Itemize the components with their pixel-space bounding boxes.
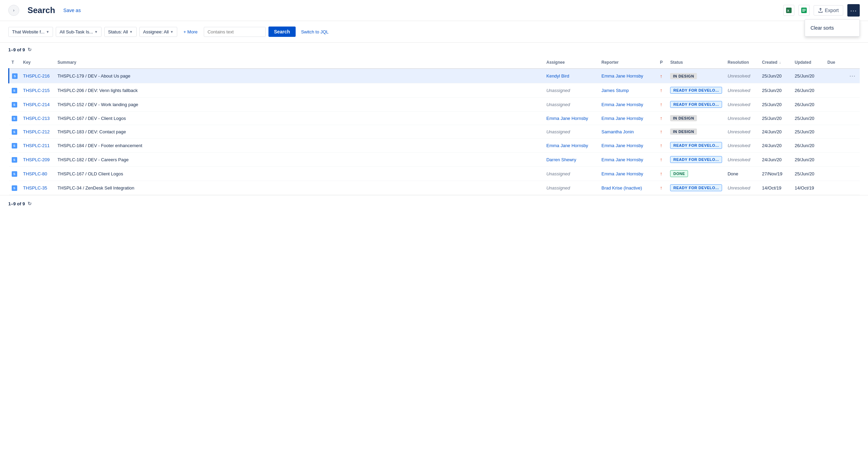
status-badge: READY FOR DEVELO... [670, 156, 722, 163]
issue-priority-cell: ↑ [657, 153, 667, 167]
resolution-text: Unresolved [728, 73, 750, 79]
col-header-created[interactable]: Created ↓ [759, 57, 792, 69]
footer-refresh-icon[interactable]: ↻ [28, 201, 32, 206]
save-as-button[interactable]: Save as [61, 6, 84, 14]
sheet-export-button[interactable] [798, 5, 809, 16]
more-options-button[interactable]: ··· [847, 4, 860, 17]
updated-date: 25/Jun/20 [795, 129, 814, 134]
table-row[interactable]: STHSPLC-215THSPLC-206 / DEV: Venn lights… [9, 83, 860, 98]
refresh-icon[interactable]: ↻ [28, 47, 32, 52]
filter-website-button[interactable]: That Website f... ▼ [8, 27, 53, 37]
table-row[interactable]: STHSPLC-212THSPLC-183 / DEV: Contact pag… [9, 125, 860, 139]
reporter-link[interactable]: Emma Jane Hornsby [601, 143, 643, 148]
issue-type-icon: S [12, 73, 18, 79]
issue-key[interactable]: THSPLC-211 [23, 143, 50, 148]
issue-key-cell: THSPLC-214 [20, 98, 55, 112]
resolution-text: Unresolved [728, 185, 750, 191]
issue-due-cell [825, 139, 845, 153]
updated-date: 26/Jun/20 [795, 102, 814, 107]
issue-due-cell [825, 83, 845, 98]
issue-key[interactable]: THSPLC-212 [23, 129, 50, 134]
issue-type-cell: S [9, 181, 21, 195]
table-row[interactable]: STHSPLC-213THSPLC-167 / DEV - Client Log… [9, 112, 860, 125]
reporter-link[interactable]: Brad Krise (Inactive) [601, 185, 642, 191]
col-header-resolution: Resolution [725, 57, 759, 69]
chevron-down-icon: ▼ [94, 30, 98, 34]
issue-due-cell [825, 125, 845, 139]
reporter-link[interactable]: Emma Jane Hornsby [601, 73, 643, 79]
svg-rect-4 [802, 10, 806, 11]
status-badge: READY FOR DEVELO... [670, 184, 722, 191]
assignee-link[interactable]: Darren Shewry [546, 157, 576, 162]
issue-key[interactable]: THSPLC-216 [23, 73, 50, 79]
assignee-link[interactable]: Kendyl Bird [546, 73, 569, 79]
row-more-actions-button[interactable]: ··· [848, 72, 857, 79]
page-title: Search [28, 6, 55, 15]
status-badge: IN DESIGN [670, 129, 697, 135]
search-input[interactable] [204, 27, 266, 37]
issue-reporter-cell: Samantha Jonin [599, 125, 657, 139]
export-button[interactable]: Export [814, 5, 843, 16]
issue-actions-cell [845, 112, 860, 125]
chevron-down-icon: ▼ [46, 30, 49, 34]
nav-toggle-button[interactable]: › [8, 5, 19, 16]
issue-status-cell: READY FOR DEVELO... [667, 83, 725, 98]
issue-updated-cell: 26/Jun/20 [792, 98, 825, 112]
issue-key[interactable]: THSPLC-209 [23, 157, 50, 162]
issue-reporter-cell: Emma Jane Hornsby [599, 69, 657, 83]
issue-due-cell [825, 112, 845, 125]
issue-key[interactable]: THSPLC-214 [23, 102, 50, 107]
filter-assignee-button[interactable]: Assignee: All ▼ [139, 27, 177, 37]
clear-sorts-item[interactable]: Clear sorts [805, 22, 859, 33]
priority-icon: ↑ [660, 157, 662, 162]
issue-key[interactable]: THSPLC-213 [23, 116, 50, 121]
col-header-actions [845, 57, 860, 69]
issue-key[interactable]: THSPLC-35 [23, 185, 47, 191]
issue-updated-cell: 25/Jun/20 [792, 112, 825, 125]
assignee-link[interactable]: Emma Jane Hornsby [546, 143, 588, 148]
table-row[interactable]: STHSPLC-216THSPLC-179 / DEV - About Us p… [9, 69, 860, 83]
issue-resolution-cell: Done [725, 167, 759, 181]
sort-arrow-icon: ↓ [779, 61, 781, 64]
footer-count: 1–9 of 9 ↻ [0, 195, 868, 212]
issue-updated-cell: 25/Jun/20 [792, 167, 825, 181]
search-button[interactable]: Search [268, 27, 296, 37]
toolbar: That Website f... ▼ All Sub-Task Is... ▼… [0, 21, 868, 43]
issue-priority-cell: ↑ [657, 125, 667, 139]
issue-key[interactable]: THSPLC-80 [23, 171, 47, 176]
more-filters-button[interactable]: + More [180, 27, 201, 37]
issue-summary: THSPLC-206 / DEV: Venn lights fallback [57, 88, 138, 93]
table-row[interactable]: STHSPLC-209THSPLC-182 / DEV - Careers Pa… [9, 153, 860, 167]
issue-status-cell: IN DESIGN [667, 69, 725, 83]
filter-subtask-button[interactable]: All Sub-Task Is... ▼ [56, 27, 102, 37]
col-header-key: Key [20, 57, 55, 69]
updated-date: 25/Jun/20 [795, 73, 814, 79]
header-left: › Search Save as [8, 5, 84, 16]
issue-key-cell: THSPLC-212 [20, 125, 55, 139]
assignee-link[interactable]: Emma Jane Hornsby [546, 116, 588, 121]
issue-summary: THSPLC-184 / DEV - Footer enhancement [57, 143, 142, 148]
filter-assignee-label: Assignee: All [143, 29, 169, 34]
issue-created-cell: 27/Nov/19 [759, 167, 792, 181]
issue-type-cell: S [9, 112, 21, 125]
table-row[interactable]: STHSPLC-214THSPLC-152 / DEV - Work landi… [9, 98, 860, 112]
switch-to-jql-button[interactable]: Switch to JQL [298, 27, 331, 37]
reporter-link[interactable]: Emma Jane Hornsby [601, 116, 643, 121]
reporter-link[interactable]: Samantha Jonin [601, 129, 634, 134]
issue-reporter-cell: Emma Jane Hornsby [599, 153, 657, 167]
reporter-link[interactable]: Emma Jane Hornsby [601, 102, 643, 107]
issue-key[interactable]: THSPLC-215 [23, 88, 50, 93]
table-row[interactable]: STHSPLC-35THSPLC-34 / ZenDesk Sell Integ… [9, 181, 860, 195]
filter-status-button[interactable]: Status: All ▼ [104, 27, 137, 37]
issue-priority-cell: ↑ [657, 98, 667, 112]
reporter-link[interactable]: Emma Jane Hornsby [601, 171, 643, 176]
reporter-link[interactable]: James Stump [601, 88, 628, 93]
issue-status-cell: IN DESIGN [667, 112, 725, 125]
table-row[interactable]: STHSPLC-211THSPLC-184 / DEV - Footer enh… [9, 139, 860, 153]
table-row[interactable]: STHSPLC-80THSPLC-167 / OLD Client LogosU… [9, 167, 860, 181]
issue-reporter-cell: James Stump [599, 83, 657, 98]
reporter-link[interactable]: Emma Jane Hornsby [601, 157, 643, 162]
excel-export-button[interactable]: X [783, 5, 794, 16]
col-header-status: Status [667, 57, 725, 69]
issue-summary-cell: THSPLC-152 / DEV - Work landing page [55, 98, 543, 112]
